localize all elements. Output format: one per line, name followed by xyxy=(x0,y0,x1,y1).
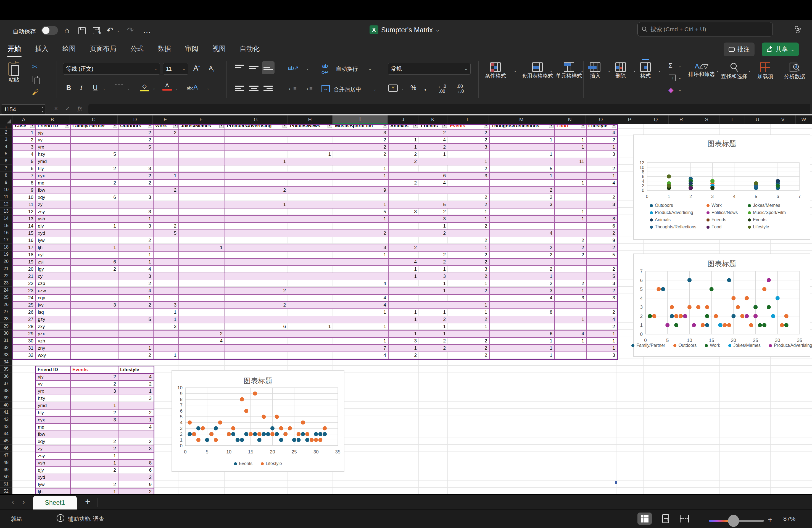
cell[interactable]: 3 xyxy=(154,302,179,309)
cell[interactable] xyxy=(419,295,448,302)
cell[interactable]: 30 xyxy=(13,338,36,345)
cell[interactable]: 3 xyxy=(118,445,154,453)
cell[interactable] xyxy=(288,280,333,288)
cell[interactable] xyxy=(179,237,225,245)
cell[interactable]: 2 xyxy=(586,137,617,144)
prev-sheet-icon[interactable]: ‹ xyxy=(12,497,14,507)
cell[interactable] xyxy=(225,316,288,323)
cell[interactable]: 2 xyxy=(419,252,448,259)
cell[interactable]: 3 xyxy=(71,417,118,424)
cell[interactable] xyxy=(179,208,225,216)
cell[interactable] xyxy=(419,187,448,194)
cell[interactable] xyxy=(586,187,617,194)
number-format-select[interactable]: 常规⌄ xyxy=(388,63,470,75)
cell[interactable]: 1 xyxy=(448,158,490,165)
cell[interactable] xyxy=(288,316,333,323)
cell[interactable]: 1 xyxy=(448,280,490,288)
cell[interactable] xyxy=(118,230,154,237)
cell[interactable] xyxy=(225,352,288,359)
cell[interactable]: cyx xyxy=(36,173,71,180)
cell[interactable] xyxy=(154,137,179,144)
cell[interactable] xyxy=(71,474,118,481)
cell[interactable]: 16 xyxy=(13,237,36,245)
cell[interactable] xyxy=(179,352,225,359)
cell[interactable] xyxy=(555,259,586,266)
cell[interactable] xyxy=(225,180,288,187)
column-header-V[interactable]: V xyxy=(770,115,796,124)
cell[interactable] xyxy=(179,201,225,208)
cell[interactable] xyxy=(555,187,586,194)
cell[interactable] xyxy=(225,194,288,201)
row-header-27[interactable]: 27 xyxy=(0,308,12,316)
cell[interactable]: 1 xyxy=(490,338,555,345)
row-header-2[interactable]: 2 xyxy=(0,129,12,136)
cell[interactable]: ysh xyxy=(36,460,71,467)
cell[interactable]: 1 xyxy=(389,266,419,273)
cell[interactable]: 3 xyxy=(448,173,490,180)
cell[interactable] xyxy=(154,338,179,345)
ribbon-tab-绘图[interactable]: 绘图 xyxy=(62,41,76,56)
cell[interactable]: 2 xyxy=(419,259,448,266)
cell[interactable]: 2 xyxy=(389,180,419,187)
cell[interactable]: 2 xyxy=(448,130,490,137)
cell[interactable] xyxy=(333,288,389,295)
cell[interactable]: 1 xyxy=(448,323,490,331)
cell[interactable] xyxy=(333,259,389,266)
cell[interactable]: 1 xyxy=(586,144,617,151)
cell[interactable]: 1 xyxy=(490,173,555,180)
main-table-header-Jokes/Memes[interactable]: Jokes/Memes▾ xyxy=(179,125,225,130)
row-header-26[interactable]: 26 xyxy=(0,301,12,308)
cell[interactable]: 2 xyxy=(448,137,490,144)
cell[interactable]: 7 xyxy=(13,173,36,180)
merge-center-icon[interactable]: ↔ xyxy=(321,85,330,92)
cell[interactable] xyxy=(154,295,179,302)
cell[interactable] xyxy=(389,252,419,259)
cell[interactable] xyxy=(555,309,586,316)
row-header-45[interactable]: 45 xyxy=(0,437,12,444)
merge-center-label[interactable]: 合并后居中 xyxy=(334,86,361,92)
main-table-header-Events[interactable]: Events▾ xyxy=(448,125,490,130)
ribbon-tab-开始[interactable]: 开始 xyxy=(7,41,21,56)
cell[interactable]: 6 xyxy=(490,331,555,338)
row-header-14[interactable]: 14 xyxy=(0,215,12,222)
cell[interactable]: 2 xyxy=(490,187,555,194)
filter-dropdown-icon[interactable]: ▾ xyxy=(612,125,616,128)
column-header-B[interactable]: B xyxy=(35,115,70,124)
filter-dropdown-icon[interactable]: ▾ xyxy=(30,125,34,128)
cell[interactable] xyxy=(179,259,225,266)
cell[interactable] xyxy=(419,302,448,309)
row-header-24[interactable]: 24 xyxy=(0,287,12,294)
row-header-11[interactable]: 11 xyxy=(0,193,12,201)
row-header-31[interactable]: 31 xyxy=(0,337,12,344)
cancel-icon[interactable]: × xyxy=(54,105,58,113)
second-table-header-Lifestyle[interactable]: Lifestyle xyxy=(118,366,154,373)
cell[interactable]: 11 xyxy=(555,158,586,165)
increase-decimal-icon[interactable]: ←.0.00 xyxy=(438,84,446,94)
cell[interactable] xyxy=(555,201,586,208)
cell[interactable] xyxy=(333,194,389,201)
main-table-header-Outdoors[interactable]: Outdoors▾ xyxy=(118,125,154,130)
main-data-table[interactable]: Case▾Friend ID▾Family/Partner▾Outdoors▾W… xyxy=(12,124,618,360)
cell[interactable] xyxy=(71,208,118,216)
font-name-select[interactable]: 等线 (正文)⌄ xyxy=(63,63,160,75)
increase-font-icon[interactable]: A^ xyxy=(193,64,200,73)
cell[interactable] xyxy=(389,288,419,295)
cell[interactable] xyxy=(118,453,154,460)
insert-cells-button[interactable]: 插入 xyxy=(590,62,600,79)
cell[interactable] xyxy=(118,309,154,316)
cell[interactable] xyxy=(288,230,333,237)
add-sheet-icon[interactable]: + xyxy=(85,497,90,507)
cell[interactable]: 3 xyxy=(555,295,586,302)
filter-dropdown-icon[interactable]: ▾ xyxy=(383,125,387,128)
cell[interactable]: 1 xyxy=(118,345,154,352)
row-header-42[interactable]: 42 xyxy=(0,416,12,423)
cell[interactable] xyxy=(555,165,586,173)
main-table-header-Family/Partner[interactable]: Family/Partner▾ xyxy=(71,125,118,130)
cell[interactable]: 19 xyxy=(13,259,36,266)
cell[interactable]: 1 xyxy=(71,245,118,252)
cell[interactable]: 1 xyxy=(333,173,389,180)
row-header-8[interactable]: 8 xyxy=(0,172,12,179)
filter-dropdown-icon[interactable]: ▾ xyxy=(484,125,488,128)
conditional-format-button[interactable]: 条件格式 xyxy=(485,62,506,79)
cell[interactable]: 1 xyxy=(419,309,448,316)
